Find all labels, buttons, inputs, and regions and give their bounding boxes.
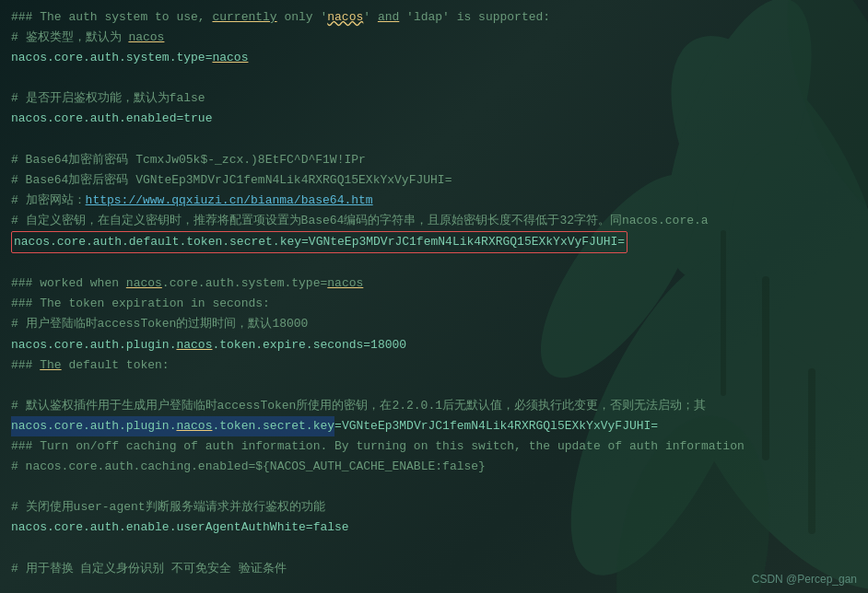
line-12: # 加密网站：https://www.qqxiuzi.cn/bianma/bas… [11, 191, 857, 211]
line-18: ### The token expiration in seconds: [11, 294, 857, 314]
l23-text: # 默认鉴权插件用于生成用户登陆临时accessToken所使用的密钥，在2.2… [11, 399, 706, 413]
l11-text: # Base64加密后密码 VGNteEp3MDVrJC1femN4Lik4RX… [11, 173, 452, 187]
line-7: nacos.core.auth.enabled=true [11, 109, 857, 129]
l17-text: ### worked when nacos.core.auth.system.t… [11, 276, 363, 290]
l2-text: # 鉴权类型，默认为 nacos [11, 30, 164, 44]
empty-8 [11, 130, 857, 150]
empty-4 [11, 68, 857, 88]
line-11: # Base64加密后密码 VGNteEp3MDVrJC1femN4Lik4RX… [11, 170, 857, 191]
l12-prefix: # 加密网站： [11, 193, 86, 207]
l18-text: ### The token expiration in seconds: [11, 296, 270, 310]
line-31: # 用于替换 自定义身份识别 不可免安全 验证条件 [11, 559, 857, 579]
l6-text: # 是否开启鉴权功能，默认为false [11, 91, 205, 105]
line-17: ### worked when nacos.core.auth.system.t… [11, 273, 857, 294]
l12-url[interactable]: https://www.qqxiuzi.cn/bianma/base64.htm [86, 193, 373, 207]
l29-text: nacos.core.auth.enable.userAgentAuthWhit… [11, 520, 349, 534]
line-14: nacos.core.auth.default.token.secret.key… [11, 231, 857, 253]
line-29: nacos.core.auth.enable.userAgentAuthWhit… [11, 517, 857, 538]
l25-text: ### Turn on/off caching of auth informat… [11, 439, 745, 453]
l31-text: # 用于替换 自定义身份识别 不可免安全 验证条件 [11, 562, 287, 576]
l28-text: # 关闭使用user-agent判断服务端请求并放行鉴权的功能 [11, 500, 325, 514]
line-26: # nacos.core.auth.caching.enabled=${NACO… [11, 457, 857, 477]
code-viewer: ### The auth system to use, currently on… [0, 0, 868, 593]
l13-text: # 自定义密钥，在自定义密钥时，推荐将配置项设置为Base64编码的字符串，且原… [11, 214, 709, 227]
l21-text: ### The default token: [11, 358, 170, 372]
l1-end: 'ldap' is supported: [399, 10, 550, 24]
watermark: CSDN @Percep_gan [752, 573, 857, 586]
line-13: # 自定义密钥，在自定义密钥时，推荐将配置项设置为Base64编码的字符串，且原… [11, 211, 857, 231]
empty-22 [11, 376, 857, 396]
line-24: nacos.core.auth.plugin.nacos.token.secre… [11, 416, 857, 436]
l24-rest: =VGNteEp3MDVrJC1femN4Lik4RXRGQl5EXkYxVyF… [334, 419, 658, 433]
line-19: # 用户登陆临时accessToken的过期时间，默认18000 [11, 314, 857, 334]
code-lines: ### The auth system to use, currently on… [11, 7, 857, 579]
line-3: nacos.core.auth.system.type=nacos [11, 48, 857, 68]
line-28: # 关闭使用user-agent判断服务端请求并放行鉴权的功能 [11, 497, 857, 517]
l10-text: # Base64加密前密码 TcmxJw05k$-_zcx.)8EtFC^D^F… [11, 153, 366, 167]
l1-and: and [378, 10, 399, 24]
l3-text: nacos.core.auth.system.type=nacos [11, 51, 248, 64]
empty-30 [11, 538, 857, 558]
l1-mid: only 'nacos' [277, 10, 378, 24]
empty-27 [11, 477, 857, 497]
line-21: ### The default token: [11, 355, 857, 376]
empty-15 [11, 253, 857, 273]
line-20: nacos.core.auth.plugin.nacos.token.expir… [11, 335, 857, 355]
l20-text: nacos.core.auth.plugin.nacos.token.expir… [11, 338, 406, 352]
l26-text: # nacos.core.auth.caching.enabled=${NACO… [11, 459, 486, 473]
line-10: # Base64加密前密码 TcmxJw05k$-_zcx.)8EtFC^D^F… [11, 150, 857, 170]
line-2: # 鉴权类型，默认为 nacos [11, 28, 857, 48]
l24-highlighted: nacos.core.auth.plugin.nacos.token.secre… [11, 416, 334, 436]
line-1: ### The auth system to use, currently on… [11, 7, 857, 28]
l14-highlighted: nacos.core.auth.default.token.secret.key… [11, 231, 628, 253]
l19-text: # 用户登陆临时accessToken的过期时间，默认18000 [11, 317, 308, 331]
l1-prefix: ### The auth system to use, [11, 10, 212, 24]
l7-text: nacos.core.auth.enabled=true [11, 111, 212, 125]
line-23: # 默认鉴权插件用于生成用户登陆临时accessToken所使用的密钥，在2.2… [11, 396, 857, 416]
line-25: ### Turn on/off caching of auth informat… [11, 436, 857, 457]
line-6: # 是否开启鉴权功能，默认为false [11, 88, 857, 109]
l1-currently: currently [212, 10, 276, 24]
